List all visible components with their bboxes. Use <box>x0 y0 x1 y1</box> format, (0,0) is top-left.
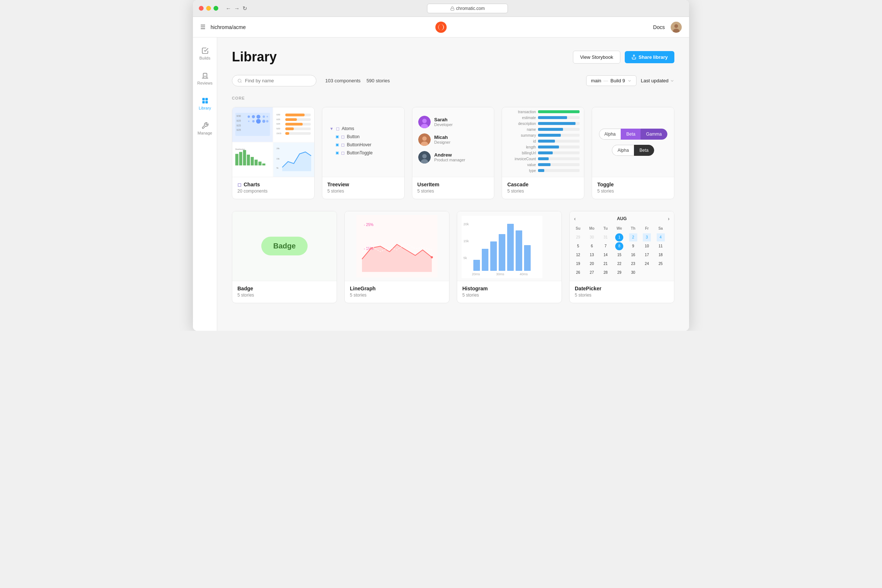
card-cascade-stories: 5 stories <box>507 189 579 194</box>
menu-icon[interactable]: ☰ <box>200 24 206 30</box>
dp-20[interactable]: 20 <box>588 260 596 268</box>
card-toggle[interactable]: Alpha Beta Gamma Alpha Beta T <box>592 107 674 199</box>
dp-prev-icon[interactable]: ‹ <box>574 216 576 222</box>
toggle-group-top: Alpha Beta Gamma <box>599 129 668 140</box>
dp-11[interactable]: 11 <box>657 242 665 250</box>
toggle-alpha-top: Alpha <box>599 129 621 140</box>
dp-13[interactable]: 13 <box>588 251 596 259</box>
dp-16[interactable]: 16 <box>629 251 637 259</box>
svg-point-24 <box>256 119 261 124</box>
dp-9[interactable]: 9 <box>629 242 637 250</box>
svg-rect-74 <box>482 249 488 271</box>
sidebar: Builds Reviews Library Manage <box>193 38 217 331</box>
card-useritem[interactable]: Sarah Developer <box>412 107 495 199</box>
dp-4[interactable]: 4 <box>657 233 665 242</box>
sidebar-item-builds[interactable]: Builds <box>193 44 217 64</box>
dp-next-icon[interactable]: › <box>668 216 670 222</box>
svg-point-68 <box>431 256 433 258</box>
cascade-label-summary: summary <box>506 134 536 138</box>
svg-point-26 <box>266 120 268 122</box>
card-linegraph[interactable]: - 25% - 15% <box>344 211 450 303</box>
dp-14[interactable]: 14 <box>602 251 610 259</box>
svg-point-17 <box>248 116 250 118</box>
view-storybook-button[interactable]: View Storybook <box>573 51 620 64</box>
svg-text:20k: 20k <box>276 147 280 150</box>
svg-rect-35 <box>285 123 303 126</box>
dp-23[interactable]: 23 <box>629 260 637 268</box>
card-datepicker[interactable]: ‹ AUG › Su Mo Tu We Th Fr <box>569 211 674 303</box>
search-input[interactable] <box>245 78 311 83</box>
browser-window: ← → ↻ chromatic.com ☰ hichroma/acme Docs <box>193 0 689 331</box>
branch-selector[interactable]: main — Build 9 <box>586 75 636 86</box>
svg-rect-76 <box>499 234 506 271</box>
svg-rect-45 <box>243 150 246 165</box>
card-histogram[interactable]: 20k 15k 5k <box>457 211 562 303</box>
dp-30[interactable]: 30 <box>588 233 596 242</box>
dp-31[interactable]: 31 <box>602 233 610 242</box>
card-charts[interactable]: 0/30 0/25 0/25 0/25 <box>232 107 315 199</box>
sidebar-item-reviews[interactable]: Reviews <box>193 68 217 89</box>
reload-button[interactable]: ↻ <box>243 5 248 12</box>
charts-bars-preview: 0/30 0/25 0/25 5/20 <box>274 108 313 141</box>
svg-rect-5 <box>202 98 205 101</box>
card-histogram-preview: 20k 15k 5k <box>457 212 561 281</box>
dp-28[interactable]: 28 <box>602 268 610 277</box>
sidebar-item-library[interactable]: Library <box>193 93 217 114</box>
dp-12[interactable]: 12 <box>574 251 582 259</box>
close-button[interactable] <box>199 6 204 10</box>
dp-8[interactable]: 8 <box>615 242 623 250</box>
tree-label-buttonhover: ButtonHover <box>347 142 372 147</box>
search-icon <box>237 78 242 83</box>
forward-button[interactable]: → <box>234 5 240 12</box>
card-datepicker-stories: 5 stories <box>575 292 669 298</box>
card-treeview[interactable]: ▼ ◻ Atoms ▣ ◻ Button ▣ ◻ <box>322 107 405 199</box>
dp-18[interactable]: 18 <box>657 251 665 259</box>
dp-25[interactable]: 25 <box>657 260 665 268</box>
dp-22[interactable]: 22 <box>615 260 623 268</box>
sort-label: Last updated <box>641 78 669 83</box>
chevron-down-icon <box>627 79 632 83</box>
dp-29b[interactable]: 29 <box>615 268 623 277</box>
dp-10[interactable]: 10 <box>643 242 651 250</box>
dp-24[interactable]: 24 <box>643 260 651 268</box>
share-library-button[interactable]: Share library <box>625 51 675 63</box>
user-row-micah: Micah Designer <box>418 134 488 146</box>
dp-15[interactable]: 15 <box>615 251 623 259</box>
docs-link[interactable]: Docs <box>653 24 665 30</box>
dp-17[interactable]: 17 <box>643 251 651 259</box>
toolbar: 103 components 590 stories main — Build … <box>232 75 674 86</box>
svg-point-59 <box>422 136 427 141</box>
search-box[interactable] <box>232 75 316 86</box>
dp-21[interactable]: 21 <box>602 260 610 268</box>
dp-5[interactable]: 5 <box>574 242 582 250</box>
dp-27[interactable]: 27 <box>588 268 596 277</box>
card-badge[interactable]: Badge Badge 5 stories <box>232 211 337 303</box>
toggle-gamma-top: Gamma <box>640 129 668 140</box>
dp-29[interactable]: 29 <box>574 233 582 242</box>
user-avatar[interactable] <box>670 22 682 33</box>
sidebar-item-manage[interactable]: Manage <box>193 118 217 139</box>
dp-7[interactable]: 7 <box>602 242 610 250</box>
tree-component-icon2: ▣ <box>336 142 339 147</box>
dp-6[interactable]: 6 <box>588 242 596 250</box>
card-linegraph-info: LineGraph 5 stories <box>345 281 449 303</box>
dp-2[interactable]: 2 <box>629 233 637 242</box>
back-button[interactable]: ← <box>226 5 231 12</box>
user-info-sarah: Sarah Developer <box>434 117 453 127</box>
header-right: Docs <box>653 22 682 33</box>
address-bar[interactable]: chromatic.com <box>427 4 508 13</box>
dp-30b[interactable]: 30 <box>629 268 637 277</box>
minimize-button[interactable] <box>206 6 211 10</box>
card-useritem-name: UserItem <box>417 182 489 188</box>
toolbar-right: main — Build 9 Last updated <box>586 75 674 86</box>
dp-26[interactable]: 26 <box>574 268 582 277</box>
sort-selector[interactable]: Last updated <box>641 78 674 83</box>
dp-1[interactable]: 1 <box>615 233 623 242</box>
tree-label-buttontoggle: ButtonToggle <box>347 150 373 156</box>
dp-3[interactable]: 3 <box>643 233 651 242</box>
maximize-button[interactable] <box>213 6 218 10</box>
card-cascade[interactable]: transaction estimate description <box>502 107 584 199</box>
toggle-group-bottom: Alpha Beta <box>612 145 654 156</box>
avatar-sarah-img <box>418 116 431 128</box>
dp-19[interactable]: 19 <box>574 260 582 268</box>
